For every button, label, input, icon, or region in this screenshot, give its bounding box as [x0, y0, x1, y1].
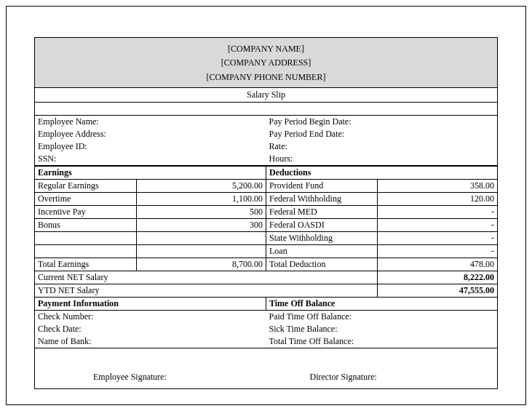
bank-label: Name of Bank:	[35, 335, 137, 348]
rate-value	[377, 140, 497, 153]
signature-row: Employee Signature: Director Signature:	[34, 348, 498, 389]
total-timeoff-value	[377, 335, 497, 348]
emp-id-value	[137, 140, 266, 153]
ytd-net-label: YTD NET Salary	[35, 284, 378, 298]
earn-row-value: 500	[136, 206, 266, 219]
check-date-value	[137, 323, 266, 335]
ded-row-value: 358.00	[377, 180, 497, 193]
payment-timeoff-info: Check Number: Paid Time Off Balance: Che…	[34, 311, 498, 348]
company-name: [COMPANY NAME]	[35, 42, 497, 56]
period-end-label: Pay Period End Date:	[266, 128, 376, 140]
ded-row-label: Provident Fund	[266, 180, 377, 193]
director-signature-label: Director Signature:	[310, 372, 377, 382]
sick-time-label: Sick Time Balance:	[266, 323, 376, 335]
total-deduction-label: Total Deduction	[266, 258, 377, 271]
ded-row-label: Federal OASDI	[266, 219, 377, 232]
earn-row-label	[35, 245, 137, 258]
ded-row-label: Federal Withholding	[266, 193, 377, 206]
ded-row-value: 120.00	[377, 193, 497, 206]
total-deduction-value: 478.00	[377, 258, 497, 271]
ssn-label: SSN:	[35, 153, 137, 165]
document-title: Salary Slip	[34, 88, 498, 103]
emp-name-value	[137, 116, 266, 128]
employee-signature-label: Employee Signature:	[93, 372, 167, 382]
bank-value	[137, 335, 266, 348]
paid-timeoff-value	[377, 311, 497, 323]
earn-row-label	[35, 232, 137, 245]
ded-row-value: -	[377, 232, 497, 245]
ded-row-value: -	[377, 219, 497, 232]
period-begin-label: Pay Period Begin Date:	[266, 116, 376, 128]
ded-row-value: -	[377, 245, 497, 258]
ssn-value	[137, 153, 266, 165]
company-header: [COMPANY NAME] [COMPANY ADDRESS] [COMPAN…	[34, 37, 498, 88]
company-address: [COMPANY ADDRESS]	[35, 56, 497, 70]
check-number-value	[137, 311, 266, 323]
period-begin-value	[377, 116, 497, 128]
hours-value	[377, 153, 497, 165]
salary-slip: [COMPANY NAME] [COMPANY ADDRESS] [COMPAN…	[34, 37, 498, 389]
earn-row-value: 300	[136, 219, 266, 232]
check-number-label: Check Number:	[35, 311, 137, 323]
earn-row-label: Bonus	[35, 219, 137, 232]
earn-row-label: Overtime	[35, 193, 137, 206]
earn-row-value: 1,100.00	[136, 193, 266, 206]
emp-name-label: Employee Name:	[35, 116, 137, 128]
earn-row-label: Regular Earnings	[35, 180, 137, 193]
check-date-label: Check Date:	[35, 323, 137, 335]
earn-row-value	[136, 245, 266, 258]
earn-row-value	[136, 232, 266, 245]
earnings-deductions-table: Earnings Deductions Regular Earnings 5,2…	[34, 166, 498, 311]
document-frame: [COMPANY NAME] [COMPANY ADDRESS] [COMPAN…	[6, 6, 526, 405]
earnings-heading: Earnings	[35, 167, 266, 180]
current-net-value: 8,222.00	[377, 271, 497, 284]
emp-id-label: Employee ID:	[35, 140, 137, 153]
earn-row-label: Incentive Pay	[35, 206, 137, 219]
ded-row-label: State Withholding	[266, 232, 377, 245]
spacer	[34, 103, 498, 116]
current-net-label: Current NET Salary	[35, 271, 378, 284]
period-end-value	[377, 128, 497, 140]
sick-time-value	[377, 323, 497, 335]
company-phone: [COMPANY PHONE NUMBER]	[35, 71, 497, 84]
emp-address-label: Employee Address:	[35, 128, 137, 140]
paid-timeoff-label: Paid Time Off Balance:	[266, 311, 376, 323]
total-earnings-value: 8,700.00	[136, 258, 266, 271]
hours-label: Hours:	[266, 153, 376, 165]
earn-row-value: 5,200.00	[136, 180, 266, 193]
ytd-net-value: 47,555.00	[377, 284, 497, 298]
ded-row-label: Federal MED	[266, 206, 377, 219]
total-timeoff-label: Total Time Off Balance:	[266, 335, 376, 348]
payment-heading: Payment Information	[35, 298, 266, 311]
timeoff-heading: Time Off Balance	[266, 298, 497, 311]
employee-period-info: Employee Name: Pay Period Begin Date: Em…	[34, 116, 498, 166]
emp-address-value	[137, 128, 266, 140]
ded-row-value: -	[377, 206, 497, 219]
deductions-heading: Deductions	[266, 167, 497, 180]
rate-label: Rate:	[266, 140, 376, 153]
total-earnings-label: Total Earnings	[35, 258, 137, 271]
ded-row-label: Loan	[266, 245, 377, 258]
